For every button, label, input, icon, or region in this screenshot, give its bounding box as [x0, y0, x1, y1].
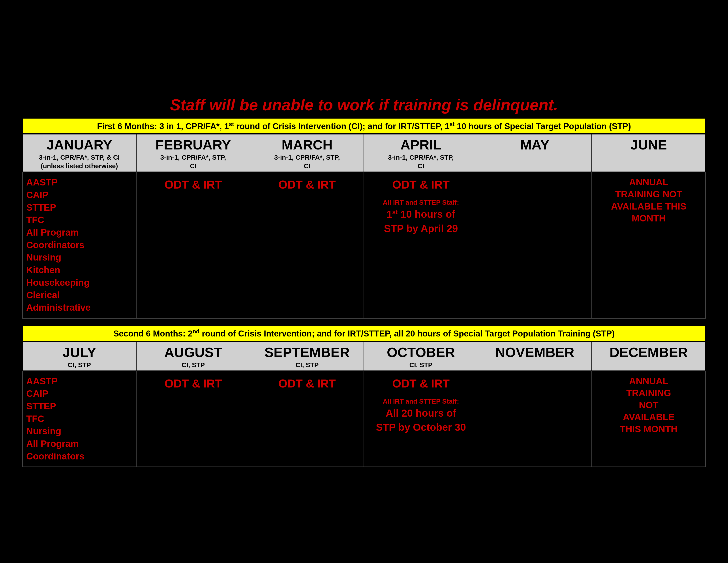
november-content [478, 371, 592, 467]
list-item: AASTP [26, 375, 132, 388]
annual-training-note-june: ANNUALTRAINING NOTAVAILABLE THISMONTH [596, 176, 702, 224]
page-container: Staff will be unable to work if training… [22, 96, 706, 467]
list-item: CAIP [26, 388, 132, 400]
october-content: ODT & IRT All IRT and STTEP Staff: All 2… [364, 371, 478, 467]
december-content: ANNUALTRAININGNOTAVAILABLETHIS MONTH [592, 371, 705, 467]
july-program-list: AASTP CAIP STTEP TFC Nursing All Program… [26, 375, 132, 463]
list-item: STTEP [26, 201, 132, 214]
month-aug: AUGUST CI, STP [136, 342, 250, 371]
april-note: All IRT and STTEP Staff: 1st 10 hours of… [368, 198, 474, 235]
odt-irt-feb: ODT & IRT [140, 178, 246, 191]
second-half-content-row: AASTP CAIP STTEP TFC Nursing All Program… [23, 371, 706, 467]
odt-irt-mar: ODT & IRT [254, 178, 360, 191]
annual-training-note-dec: ANNUALTRAININGNOTAVAILABLETHIS MONTH [596, 375, 702, 435]
january-content: AASTP CAIP STTEP TFC All Program Coordin… [23, 172, 136, 319]
april-content: ODT & IRT All IRT and STTEP Staff: 1st 1… [364, 172, 478, 319]
list-item: All Program Coordinators [26, 226, 132, 251]
month-mar: MARCH 3-in-1, CPR/FA*, STP,CI [250, 134, 364, 172]
january-program-list: AASTP CAIP STTEP TFC All Program Coordin… [26, 176, 132, 314]
main-title: Staff will be unable to work if training… [22, 96, 706, 114]
first-half-banner: First 6 Months: 3 in 1, CPR/FA*, 1st rou… [22, 118, 706, 134]
odt-irt-aug: ODT & IRT [140, 377, 246, 390]
odt-irt-sep: ODT & IRT [254, 377, 360, 390]
list-item: Nursing [26, 251, 132, 264]
list-item: Kitchen [26, 264, 132, 276]
list-item: TFC [26, 214, 132, 226]
february-content: ODT & IRT [136, 172, 250, 319]
month-jul: JULY CI, STP [23, 342, 136, 371]
month-oct: OCTOBER CI, STP [364, 342, 478, 371]
month-may: MAY [478, 134, 592, 172]
second-half-banner: Second 6 Months: 2nd round of Crisis Int… [22, 325, 706, 341]
odt-irt-apr: ODT & IRT [368, 178, 474, 191]
march-content: ODT & IRT [250, 172, 364, 319]
month-nov: NOVEMBER [478, 342, 592, 371]
list-item: Administrative [26, 302, 132, 314]
list-item: STTEP [26, 400, 132, 413]
month-apr: APRIL 3-in-1, CPR/FA*, STP,CI [364, 134, 478, 172]
list-item: Clerical [26, 289, 132, 302]
june-content: ANNUALTRAINING NOTAVAILABLE THISMONTH [592, 172, 705, 319]
august-content: ODT & IRT [136, 371, 250, 467]
list-item: Housekeeping [26, 276, 132, 289]
second-half-header-row: JULY CI, STP AUGUST CI, STP SEPTEMBER CI… [23, 342, 706, 371]
first-half-table: JANUARY 3-in-1, CPR/FA*, STP, & CI(unles… [22, 134, 706, 319]
list-item: All Program Coordinators [26, 438, 132, 463]
month-sep: SEPTEMBER CI, STP [250, 342, 364, 371]
july-content: AASTP CAIP STTEP TFC Nursing All Program… [23, 371, 136, 467]
list-item: CAIP [26, 189, 132, 201]
second-half-table: JULY CI, STP AUGUST CI, STP SEPTEMBER CI… [22, 341, 706, 467]
odt-irt-oct: ODT & IRT [368, 377, 474, 390]
list-item: TFC [26, 413, 132, 425]
month-jan: JANUARY 3-in-1, CPR/FA*, STP, & CI(unles… [23, 134, 136, 172]
october-note: All IRT and STTEP Staff: All 20 hours of… [368, 397, 474, 435]
section-gap [22, 319, 706, 325]
month-dec: DECEMBER [592, 342, 705, 371]
first-half-content-row: AASTP CAIP STTEP TFC All Program Coordin… [23, 172, 706, 319]
month-feb: FEBRUARY 3-in-1, CPR/FA*, STP,CI [136, 134, 250, 172]
may-content [478, 172, 592, 319]
list-item: AASTP [26, 176, 132, 189]
list-item: Nursing [26, 425, 132, 438]
first-half-header-row: JANUARY 3-in-1, CPR/FA*, STP, & CI(unles… [23, 134, 706, 172]
month-jun: JUNE [592, 134, 705, 172]
september-content: ODT & IRT [250, 371, 364, 467]
